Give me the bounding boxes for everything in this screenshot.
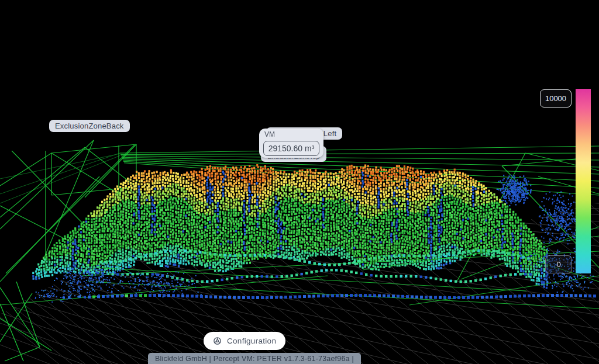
exclusion-zone-back-label[interactable]: ExclusionZoneBack [49,120,130,132]
configuration-button-label: Configuration [227,337,276,345]
volume-measurement-title: VM [264,130,275,138]
volume-measurement-value: 29150.60 m³ [263,141,319,156]
colorbar-max-label: 10000 [540,89,572,108]
gear-icon [213,337,222,345]
footer-version-bar: Blickfeld GmbH | Percept VM: PETER v1.7.… [148,353,361,364]
pointcloud-canvas[interactable] [0,0,599,364]
colorbar-min-label: 0 [545,255,572,273]
height-colorbar [576,89,591,273]
percept-3d-viewport: ExclusionZoneBack ExclusionZoneLeft Excl… [0,0,599,364]
volume-measurement-card: VM 29150.60 m³ [259,129,323,158]
configuration-button[interactable]: Configuration [204,332,285,350]
